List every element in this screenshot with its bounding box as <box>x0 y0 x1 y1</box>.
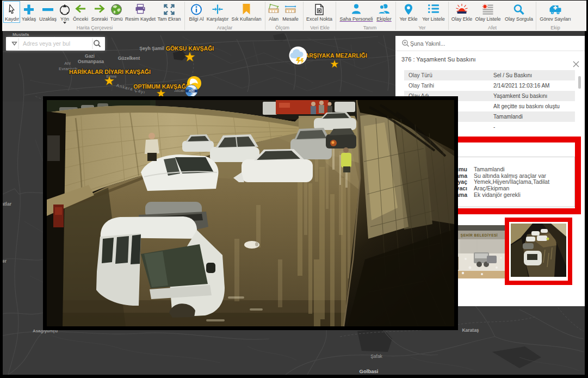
svg-text:Mustafa: Mustafa <box>13 32 29 37</box>
svg-text:HARİKALAR DİYARI KAVŞAĞI: HARİKALAR DİYARI KAVŞAĞI <box>69 69 151 75</box>
svg-text:Şeyh Şamil: Şeyh Şamil <box>139 46 164 51</box>
svg-text:ŞEHİR BELEDİYESİ: ŞEHİR BELEDİYESİ <box>461 233 498 238</box>
svg-text:Adres veya yer bul: Adres veya yer bul <box>23 40 70 47</box>
svg-text:ASKİ: ASKİ <box>189 89 195 92</box>
svg-text:Güzelkent: Güzelkent <box>118 55 140 61</box>
svg-text:Gazi: Gazi <box>85 53 95 59</box>
svg-text:Golbasi: Golbasi <box>360 368 379 374</box>
svg-text:OPTİMUM KAVŞAĞI: OPTİMUM KAVŞAĞI <box>133 83 188 90</box>
svg-text:Şafak: Şafak <box>370 354 382 359</box>
svg-text:atlar: atlar <box>3 201 12 207</box>
svg-text:Osmanpasa: Osmanpasa <box>78 59 104 64</box>
svg-text:Ahl: Ahl <box>64 61 71 66</box>
svg-text:er: er <box>3 258 7 264</box>
svg-text:Karataş: Karataş <box>462 327 479 333</box>
svg-text:GÖKSU KAVŞAĞI: GÖKSU KAVŞAĞI <box>166 45 214 52</box>
svg-text:KARŞIYAKA MEZARLIĞI: KARŞIYAKA MEZARLIĞI <box>301 52 367 59</box>
